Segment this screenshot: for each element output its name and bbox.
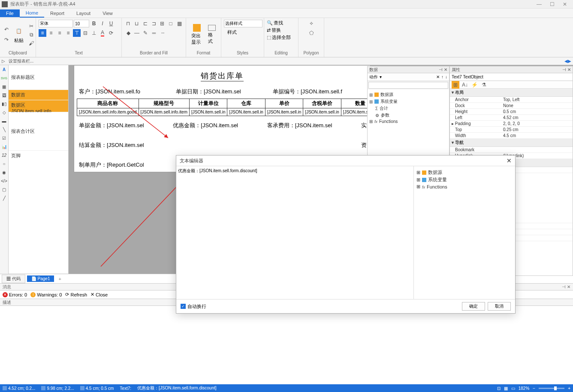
warnings-badge[interactable]: !Warnings: 0 — [30, 292, 62, 297]
group-layout[interactable]: ▾ 布局 — [450, 89, 573, 97]
border-top-button[interactable]: ⊓ — [124, 20, 132, 27]
dialog-editor[interactable]: 优惠金额：[JSON.item.sell.form.discount] — [176, 166, 414, 299]
valign-bot-button[interactable]: ⊥ — [90, 29, 98, 37]
prop-object-select[interactable]: Text7 TextObject — [450, 73, 573, 81]
top-val[interactable]: 0.25 cm — [501, 127, 573, 132]
line-button[interactable]: — — [133, 29, 141, 37]
tool-ruler[interactable]: ╱ — [0, 194, 8, 202]
data-actions[interactable]: 动作 — [369, 74, 378, 80]
pointer-icon[interactable]: ▷ — [2, 59, 5, 63]
underline-button[interactable]: U — [107, 20, 115, 27]
undo-button[interactable]: ↶ — [3, 26, 10, 33]
menu-report[interactable]: Report — [44, 9, 70, 17]
align-left-button[interactable]: ≡ — [39, 29, 46, 37]
tree-param[interactable]: ⚙参数 — [369, 112, 447, 119]
redo-button[interactable]: ↷ — [3, 36, 10, 44]
tab-code[interactable]: ☰ 代码 — [2, 275, 25, 283]
tool-shape[interactable]: ◇ — [0, 108, 8, 117]
italic-button[interactable]: I — [99, 20, 106, 27]
menu-view[interactable]: View — [97, 9, 119, 17]
close-button[interactable]: ✕ — [558, 0, 571, 9]
th-1[interactable]: 规格型号 — [139, 99, 189, 108]
tree-functions[interactable]: ⊞Functions — [369, 119, 447, 124]
tool-svg[interactable]: SVG — [0, 74, 8, 82]
cut-button[interactable]: ✂ — [27, 22, 35, 30]
anchor-val[interactable]: Top, Left — [501, 97, 573, 102]
selectall-button[interactable]: ⬚选择全部 — [267, 34, 291, 41]
data-tb-down[interactable]: ↓ — [445, 75, 447, 79]
tool-more[interactable]: ▢ — [0, 185, 8, 194]
maximize-button[interactable]: ☐ — [546, 0, 558, 9]
data-tb-up[interactable]: ↑ — [441, 75, 443, 79]
valign-mid-button[interactable]: ⊟ — [81, 29, 89, 37]
autowrap-checkbox[interactable]: ✓ 自动换行 — [181, 303, 206, 310]
cancel-button[interactable]: 取消 — [488, 302, 511, 311]
minimize-button[interactable]: — — [533, 0, 546, 9]
border-none-button[interactable]: □ — [167, 20, 175, 27]
zoom-in-button[interactable]: + — [568, 386, 570, 391]
tool-image[interactable]: 🖼 — [0, 91, 8, 99]
valign-top-button[interactable]: ⊤ — [73, 29, 81, 37]
line-width-button[interactable]: ═ — [150, 29, 158, 37]
th-3[interactable]: 仓库 — [227, 99, 265, 108]
width-val[interactable]: 4.5 cm — [501, 133, 573, 138]
tool-html[interactable]: </> — [0, 177, 8, 185]
height-val[interactable]: 0.5 cm — [501, 109, 573, 114]
menu-home[interactable]: Home — [20, 9, 44, 18]
highlight-button[interactable]: 突出显示 — [189, 23, 205, 46]
data-search-input[interactable] — [368, 82, 448, 89]
find-button[interactable]: 🔍查找 — [267, 20, 283, 26]
rotate-button[interactable]: ⟳ — [107, 29, 115, 37]
field-custfee[interactable]: 客承费用：[JSON.item.sel — [265, 120, 359, 131]
border-more-button[interactable]: ▦ — [175, 20, 183, 27]
menu-layout[interactable]: Layout — [70, 9, 97, 17]
field-date[interactable]: 单据日期：[JSON.item.sel — [174, 87, 271, 97]
tool-rich[interactable]: ◉ — [0, 168, 8, 177]
td-4[interactable]: [JSON.item.sell.in — [265, 108, 303, 116]
field-actual[interactable]: 实 — [359, 120, 368, 131]
td-1[interactable]: [JSON.item.sell.info.item — [139, 108, 189, 116]
bold-button[interactable]: B — [90, 20, 98, 27]
align-right-button[interactable]: ≡ — [56, 29, 63, 37]
align-justify-button[interactable]: ≡ — [64, 29, 72, 37]
replace-button[interactable]: ⇄替换 — [267, 27, 281, 33]
zoom-page-icon[interactable]: ▭ — [511, 386, 515, 391]
td-3[interactable]: [JSON.item.sell.in — [227, 108, 265, 116]
zoom-slider[interactable] — [539, 388, 564, 389]
prop-filter-button[interactable]: ⚗ — [480, 81, 488, 89]
report-title[interactable]: 销货出库单 — [201, 71, 244, 81]
tree-sysvar[interactable]: ⊞系统变量 — [369, 98, 447, 105]
font-select[interactable] — [39, 20, 73, 27]
band-page-footer[interactable]: 页脚 — [9, 151, 68, 274]
tab-add[interactable]: + — [56, 276, 63, 281]
left-val[interactable]: 4.52 cm — [501, 115, 573, 120]
tool-text[interactable]: A — [0, 65, 8, 74]
style-select[interactable] — [224, 20, 262, 27]
toolstrip-settings[interactable]: 设置报表栏... — [9, 58, 33, 64]
field-customer[interactable]: 客户：[JSON.item.sell.fo — [77, 87, 174, 97]
prop-az-button[interactable]: A↓ — [461, 81, 469, 89]
tool-barcode[interactable]: ▮▯ — [0, 99, 8, 108]
padding-val[interactable]: 2, 0, 2, 0 — [501, 121, 573, 126]
ok-button[interactable]: 确定 — [462, 302, 485, 311]
tree-total[interactable]: 合计 — [369, 105, 447, 112]
copy-button[interactable]: ⧉ — [27, 31, 35, 39]
tree-datasource[interactable]: ⊞数据源 — [369, 91, 447, 98]
th-2[interactable]: 计量单位 — [189, 99, 227, 108]
tool-num[interactable]: 12 — [0, 151, 8, 159]
tool-line[interactable]: ╲ — [0, 125, 8, 134]
field-billno[interactable]: 单据编号：[JSON.item.sell.f — [271, 87, 368, 97]
td-5[interactable]: [JSON.item.sell.in — [303, 108, 341, 116]
border-all-button[interactable]: ⊞ — [158, 20, 166, 27]
refresh-button[interactable]: ⟳Refresh — [65, 292, 87, 297]
tool-chart2[interactable]: 📊 — [0, 142, 8, 151]
band-data-header[interactable]: 数据首 — [9, 90, 68, 100]
format-button[interactable]: 格式 — [205, 24, 218, 45]
field-funds[interactable]: 资 — [359, 140, 368, 150]
collapse-button[interactable]: ◀▶ — [564, 59, 571, 63]
dlg-tree-sysvar[interactable]: ⊞系统变量 — [416, 176, 513, 183]
style-label[interactable]: 样式 — [224, 29, 237, 36]
tab-page1[interactable]: 📄 Page1 — [27, 275, 54, 282]
td-2[interactable]: [JSON.item.sell.in — [189, 108, 227, 116]
prop-pin[interactable]: ⊣ ✕ — [562, 67, 571, 72]
